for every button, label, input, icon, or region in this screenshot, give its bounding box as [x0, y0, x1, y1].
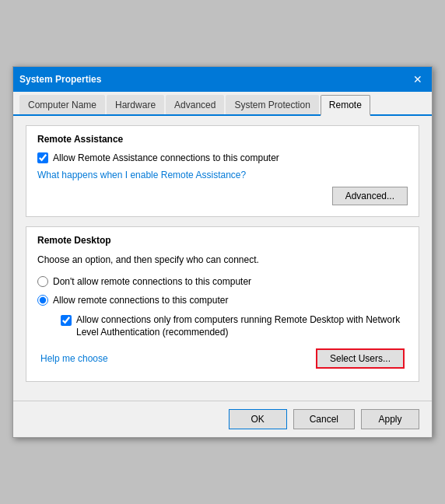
tab-remote[interactable]: Remote [321, 95, 370, 116]
dont-allow-radio[interactable] [37, 276, 48, 287]
allow-remote-assistance-label: Allow Remote Assistance connections to t… [53, 152, 279, 163]
tab-system-protection[interactable]: System Protection [226, 95, 318, 114]
apply-button[interactable]: Apply [361, 409, 419, 429]
remote-assistance-title: Remote Assistance [37, 134, 408, 145]
allow-remote-assistance-row: Allow Remote Assistance connections to t… [37, 152, 408, 163]
footer-buttons: OK Cancel Apply [13, 401, 432, 437]
tab-hardware[interactable]: Hardware [107, 95, 164, 114]
remote-assistance-btn-row: Advanced... [37, 187, 408, 205]
allow-remote-label: Allow remote connections to this compute… [53, 295, 228, 306]
remote-desktop-bottom: Help me choose Select Users... [37, 347, 408, 370]
tab-bar: Computer Name Hardware Advanced System P… [13, 92, 432, 116]
tab-advanced[interactable]: Advanced [166, 95, 224, 114]
allow-remote-radio[interactable] [37, 295, 48, 306]
dont-allow-label: Don't allow remote connections to this c… [53, 276, 251, 287]
remote-desktop-title: Remote Desktop [37, 235, 408, 246]
remote-desktop-section: Remote Desktop Choose an option, and the… [26, 226, 419, 382]
tab-content: Remote Assistance Allow Remote Assistanc… [13, 116, 432, 401]
cancel-button[interactable]: Cancel [293, 409, 355, 429]
radio-dont-allow-row: Don't allow remote connections to this c… [37, 276, 408, 287]
tab-computer-name[interactable]: Computer Name [19, 95, 105, 114]
title-bar: System Properties ✕ [13, 67, 432, 92]
remote-assistance-section: Remote Assistance Allow Remote Assistanc… [26, 125, 419, 217]
remote-desktop-description: Choose an option, and then specify who c… [37, 254, 408, 267]
close-button[interactable]: ✕ [410, 72, 426, 87]
nla-checkbox-row: Allow connections only from computers ru… [61, 313, 408, 340]
radio-allow-row: Allow remote connections to this compute… [37, 295, 408, 306]
window-title: System Properties [19, 74, 101, 85]
remote-assistance-help-link[interactable]: What happens when I enable Remote Assist… [37, 170, 408, 180]
ok-button[interactable]: OK [229, 409, 287, 429]
help-me-choose-link[interactable]: Help me choose [40, 353, 108, 364]
nla-checkbox[interactable] [61, 315, 72, 326]
advanced-button[interactable]: Advanced... [332, 187, 408, 205]
system-properties-window: System Properties ✕ Computer Name Hardwa… [12, 66, 433, 438]
select-users-button[interactable]: Select Users... [316, 348, 405, 369]
nla-checkbox-label: Allow connections only from computers ru… [76, 313, 408, 340]
allow-remote-assistance-checkbox[interactable] [37, 152, 48, 163]
